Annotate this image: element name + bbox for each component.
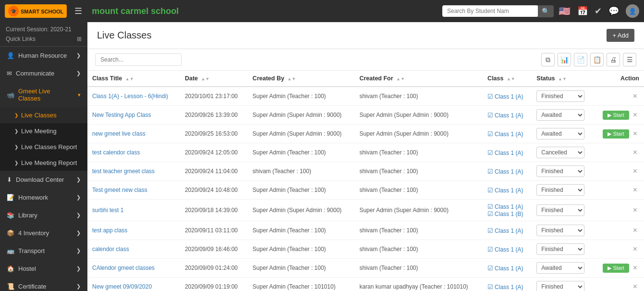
start-button[interactable]: ▶ Start	[603, 129, 629, 139]
date-cell: 2020/09/24 10:48:00	[180, 181, 248, 200]
date-cell: 2020/09/09 16:46:00	[180, 240, 248, 259]
class-cell: ☑Class 1 (A)	[483, 125, 532, 143]
status-select[interactable]: FinishedAwaitedCancelled	[536, 165, 584, 177]
class-title-cell[interactable]: New gmeet 09/09/2020	[87, 278, 180, 291]
columns-button[interactable]: ☰	[623, 53, 636, 66]
sidebar-item-transport[interactable]: 🚌 Transport ❯	[0, 242, 87, 260]
status-select[interactable]: FinishedAwaitedCancelled	[536, 184, 584, 196]
col-date[interactable]: Date ▲▼	[180, 71, 248, 87]
delete-button[interactable]: ×	[631, 226, 639, 235]
class-title-cell[interactable]: test teacher gmeet class	[87, 162, 180, 181]
sidebar-item-library[interactable]: 📚 Library ❯	[0, 206, 87, 224]
status-select[interactable]: FinishedAwaitedCancelled	[536, 147, 584, 158]
add-button[interactable]: + Add	[607, 29, 634, 42]
sidebar-item-communicate[interactable]: ✉ Communicate ❯	[0, 64, 87, 82]
class-checkbox-icon: ☑	[487, 203, 493, 210]
class-link[interactable]: Class 1 (A)	[495, 284, 523, 291]
delete-button[interactable]: ×	[631, 167, 639, 176]
excel-button[interactable]: 📊	[558, 53, 571, 66]
sort-icon: ▲▼	[396, 76, 405, 81]
start-button[interactable]: ▶ Start	[603, 264, 629, 273]
delete-button[interactable]: ×	[631, 264, 639, 272]
table-search-input[interactable]	[95, 53, 182, 66]
sidebar-item-hostel[interactable]: 🏠 Hostel ❯	[0, 260, 87, 278]
start-button[interactable]: ▶ Start	[603, 111, 629, 120]
class-link[interactable]: Class 1 (A)	[495, 131, 523, 138]
sidebar-item-live-meeting-report[interactable]: ❯ Live Meeting Report	[0, 155, 87, 171]
delete-button[interactable]: ×	[631, 92, 639, 101]
class-title-cell[interactable]: CAlendor gmeet classes	[87, 259, 180, 278]
pdf-button[interactable]: 📋	[590, 53, 604, 66]
sidebar-item-live-classes-report[interactable]: ❯ Live Classes Report	[0, 139, 87, 155]
flag-icon[interactable]: 🇺🇸	[559, 5, 571, 17]
sidebar-item-certificate[interactable]: 📜 Certificate ❯	[0, 278, 87, 291]
class-title-cell[interactable]: Test gmeet new class	[87, 181, 180, 200]
class-link[interactable]: Class 1 (A)	[495, 187, 523, 194]
class-link[interactable]: Class 1 (B)	[495, 211, 523, 217]
col-class-title[interactable]: Class Title ▲▼	[87, 71, 180, 87]
class-link[interactable]: Class 1 (A)	[495, 203, 523, 210]
created-by-cell: Super Admin (Teacher : 100)	[248, 240, 355, 259]
delete-button[interactable]: ×	[631, 206, 639, 215]
sidebar-item-live-meeting[interactable]: ❯ Live Meeting	[0, 123, 87, 139]
class-link[interactable]: Class 1 (A)	[495, 150, 523, 156]
class-link[interactable]: Class 1 (A)	[495, 168, 523, 175]
sidebar-item-human-resource[interactable]: 👤 Human Resource ❯	[0, 47, 87, 64]
sidebar-item-homework[interactable]: 📝 Homework ❯	[0, 189, 87, 206]
csv-button[interactable]: 📄	[574, 53, 587, 66]
status-select[interactable]: FinishedAwaitedCancelled	[536, 225, 584, 236]
table-row: new gmeet live class2020/09/25 16:53:00S…	[87, 125, 644, 143]
sidebar-sub-label: Live Meeting	[21, 127, 57, 135]
status-select[interactable]: FinishedAwaitedCancelled	[536, 243, 584, 255]
delete-button[interactable]: ×	[631, 282, 639, 291]
status-select[interactable]: FinishedAwaitedCancelled	[536, 128, 584, 139]
checkmark-icon[interactable]: ✔	[595, 6, 602, 16]
sidebar-item-download-center[interactable]: ⬇ Download Center ❯	[0, 171, 87, 189]
status-cell: FinishedAwaitedCancelled	[532, 125, 594, 143]
delete-button[interactable]: ×	[631, 111, 639, 119]
sidebar-item-gmeet-live-classes[interactable]: 📹 Gmeet Live Classes ▾	[0, 82, 87, 107]
logo[interactable]: 🎓 SMART SCHOOL	[5, 4, 67, 18]
sidebar-item-label: Download Center	[16, 176, 64, 183]
col-created-by[interactable]: Created By ▲▼	[248, 71, 355, 87]
print-button[interactable]: 🖨	[607, 53, 620, 66]
whatsapp-icon[interactable]: 💬	[608, 6, 619, 16]
arrow-icon: ❯	[76, 230, 81, 236]
status-select[interactable]: FinishedAwaitedCancelled	[536, 204, 584, 216]
hamburger-menu[interactable]: ☰	[74, 6, 82, 16]
search-input[interactable]	[442, 5, 538, 17]
search-button[interactable]: 🔍	[538, 5, 554, 17]
calendar-icon[interactable]: 📅	[577, 6, 588, 16]
class-link[interactable]: Class 1 (A)	[495, 228, 523, 234]
col-created-for[interactable]: Created For ▲▼	[354, 71, 483, 87]
class-title-cell[interactable]: surbhi test 1	[87, 200, 180, 221]
class-title-cell[interactable]: New Testing App Class	[87, 106, 180, 125]
class-title-cell[interactable]: test app class	[87, 221, 180, 240]
sidebar-item-live-classes[interactable]: ❯ Live Classes	[0, 107, 87, 123]
delete-button[interactable]: ×	[631, 148, 639, 157]
status-select[interactable]: FinishedAwaitedCancelled	[536, 262, 584, 274]
delete-button[interactable]: ×	[631, 186, 639, 194]
sub-arrow-icon: ❯	[14, 160, 18, 165]
status-select[interactable]: FinishedAwaitedCancelled	[536, 109, 584, 121]
class-link[interactable]: Class 1 (A)	[495, 112, 523, 119]
delete-button[interactable]: ×	[631, 129, 639, 138]
copy-button[interactable]: ⧉	[541, 53, 555, 66]
class-link[interactable]: Class 1 (A)	[495, 246, 523, 253]
class-title-cell[interactable]: Class 1(A) - Lesson - 6(Hindi)	[87, 87, 180, 106]
status-select[interactable]: FinishedAwaitedCancelled	[536, 281, 584, 291]
delete-button[interactable]: ×	[631, 245, 639, 253]
class-title-cell[interactable]: new gmeet live class	[87, 125, 180, 143]
col-status[interactable]: Status ▲▼	[532, 71, 594, 87]
col-class[interactable]: Class ▲▼	[483, 71, 532, 87]
action-cell: ▶ Start×	[594, 106, 644, 125]
user-avatar[interactable]: 👤	[626, 4, 639, 18]
class-link[interactable]: Class 1 (A)	[495, 265, 523, 272]
sidebar-item-inventory[interactable]: 📦 4 Inventory ❯	[0, 224, 87, 242]
grid-icon[interactable]: ⊞	[77, 36, 82, 42]
class-title-cell[interactable]: test calendor class	[87, 143, 180, 162]
class-title-cell[interactable]: calendor class	[87, 240, 180, 259]
class-link[interactable]: Class 1 (A)	[495, 93, 523, 100]
created-by-cell: Super Admin (Teacher : 100)	[248, 87, 355, 106]
status-select[interactable]: FinishedAwaitedCancelled	[536, 90, 584, 102]
